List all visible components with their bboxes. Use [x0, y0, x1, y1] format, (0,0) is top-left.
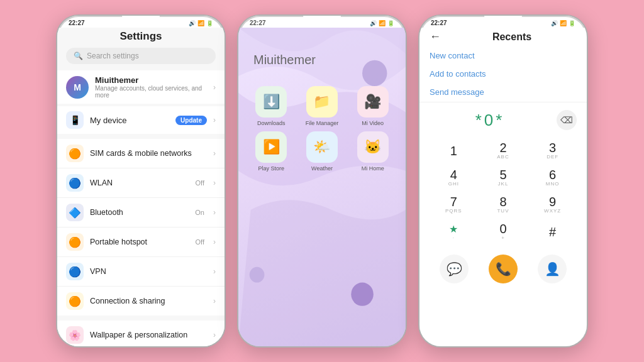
key-7-num: 7: [450, 195, 457, 208]
dial-key-5[interactable]: 5 JKL: [479, 165, 528, 190]
add-to-contacts-link[interactable]: Add to contacts: [430, 69, 577, 79]
bluetooth-status: On: [195, 209, 204, 216]
dial-key-hash[interactable]: #: [528, 219, 577, 244]
app-mihome[interactable]: 🐱 Mi Home: [350, 131, 396, 172]
vpn-item[interactable]: 🔵 VPN ›: [57, 257, 225, 287]
status-icons-3: 🔊 📶 🔋: [551, 20, 575, 26]
device-label: My device: [90, 116, 169, 125]
account-row[interactable]: M Miuithemer Manage accounts, cloud serv…: [57, 70, 225, 104]
filemanager-icon: 📁: [306, 86, 338, 118]
vpn-icon: 🔵: [66, 263, 84, 280]
bluetooth-chevron: ›: [213, 208, 216, 217]
hotspot-label: Portable hotspot: [90, 238, 189, 246]
key-7-letters: PQRS: [445, 208, 462, 214]
dial-key-7[interactable]: 7 PQRS: [430, 192, 478, 217]
contact-button[interactable]: 👤: [538, 255, 567, 283]
bluetooth-icon: 🔷: [66, 204, 84, 221]
app-weather[interactable]: 🌤️ Weather: [299, 131, 345, 172]
dialpad-actions: 💬 📞 👤: [419, 250, 587, 288]
hotspot-chevron: ›: [213, 238, 216, 246]
sim-item[interactable]: 🟠 SIM cards & mobile networks ›: [57, 139, 225, 168]
wlan-icon: 🔵: [66, 174, 84, 192]
call-button[interactable]: 📞: [489, 255, 518, 283]
new-contact-link[interactable]: New contact: [430, 51, 577, 60]
message-button[interactable]: 💬: [440, 255, 469, 283]
bt3-icon: 🔊: [551, 20, 558, 26]
battery3-icon: 🔋: [569, 20, 575, 26]
dialpad: 1 2 ABC 3 DEF 4 GHI 5 JKL 6 MNO: [419, 135, 587, 247]
weather-label: Weather: [311, 165, 333, 172]
app-mivideo[interactable]: 🎥 Mi Video: [350, 86, 396, 126]
status-icons-2: 🔊 📶 🔋: [370, 20, 394, 26]
wlan-label: WLAN: [90, 178, 189, 187]
back-button[interactable]: ←: [430, 30, 441, 43]
signal3-icon: 📶: [560, 20, 567, 26]
send-message-link[interactable]: Send message: [430, 87, 577, 97]
downloads-label: Downloads: [257, 120, 286, 126]
key-6-letters: MNO: [546, 181, 560, 187]
dial-key-2[interactable]: 2 ABC: [479, 138, 528, 163]
sim-icon: 🟠: [66, 145, 84, 162]
notch-2: [303, 16, 341, 22]
mihome-label: Mi Home: [362, 165, 384, 172]
wlan-item[interactable]: 🔵 WLAN Off ›: [57, 168, 225, 198]
phone-dialer: 22:27 🔊 📶 🔋 ← Recents New contact Add to…: [418, 14, 588, 348]
vpn-label: VPN: [90, 267, 207, 276]
connection-chevron: ›: [213, 297, 216, 305]
wallpaper-label: Wallpaper & personalization: [90, 331, 207, 339]
time-2: 22:27: [250, 19, 266, 26]
sim-label: SIM cards & mobile networks: [90, 149, 207, 158]
connection-item[interactable]: 🟠 Connection & sharing ›: [57, 287, 225, 315]
key-9-letters: WXYZ: [544, 208, 561, 214]
sim-chevron: ›: [213, 149, 216, 158]
dial-key-0[interactable]: 0 +: [479, 219, 528, 244]
key-star-letters: ·: [453, 235, 455, 241]
bluetooth-item[interactable]: 🔷 Bluetooth On ›: [57, 198, 225, 228]
mivideo-icon: 🎥: [357, 86, 389, 118]
wallpaper-item[interactable]: 🌸 Wallpaper & personalization ›: [57, 321, 225, 346]
wlan-status: Off: [196, 179, 204, 187]
key-0-letters: +: [501, 235, 505, 241]
wallpaper-icon: 🌸: [66, 326, 84, 344]
dial-key-9[interactable]: 9 WXYZ: [528, 192, 577, 217]
backspace-button[interactable]: ⌫: [557, 110, 577, 130]
device-row[interactable]: 📱 My device Update ›: [57, 106, 225, 134]
mivideo-label: Mi Video: [362, 120, 384, 126]
wlan-chevron: ›: [213, 178, 216, 187]
recents-links: New contact Add to contacts Send message: [419, 48, 587, 102]
dial-key-4[interactable]: 4 GHI: [430, 165, 478, 190]
search-icon: 🔍: [74, 52, 83, 60]
dial-key-3[interactable]: 3 DEF: [528, 138, 577, 163]
search-placeholder: Search settings: [87, 52, 139, 60]
key-6-num: 6: [549, 168, 556, 181]
app-playstore[interactable]: ▶️ Play Store: [248, 131, 294, 172]
dial-key-1[interactable]: 1: [430, 138, 478, 163]
home-greeting: Miuithemer: [238, 34, 406, 80]
chevron-icon: ›: [213, 83, 216, 92]
device-icon: 📱: [66, 111, 84, 129]
key-3-letters: DEF: [547, 154, 558, 160]
app-downloads[interactable]: ⬇️ Downloads: [248, 86, 294, 126]
hotspot-item[interactable]: 🟠 Portable hotspot Off ›: [57, 228, 225, 257]
dial-key-6[interactable]: 6 MNO: [528, 165, 577, 190]
weather-icon: 🌤️: [306, 131, 338, 163]
wallpaper-chevron: ›: [213, 331, 216, 339]
mihome-icon: 🐱: [357, 131, 389, 163]
connection-icon: 🟠: [66, 292, 84, 310]
hotspot-icon: 🟠: [66, 233, 84, 251]
search-bar[interactable]: 🔍 Search settings: [66, 48, 216, 64]
account-name: Miuithemer: [95, 75, 207, 85]
key-1-num: 1: [450, 145, 457, 157]
app-filemanager[interactable]: 📁 File Manager: [299, 86, 345, 126]
signal2-icon: 📶: [379, 20, 386, 26]
time-3: 22:27: [431, 19, 447, 26]
dial-key-star[interactable]: ★ ·: [430, 219, 478, 244]
key-4-letters: GHI: [448, 181, 459, 187]
battery-icon: 🔋: [206, 20, 213, 26]
key-2-num: 2: [499, 141, 506, 154]
key-2-letters: ABC: [497, 154, 509, 160]
key-star-num: ★: [449, 223, 458, 235]
update-badge: Update: [175, 116, 207, 125]
dial-key-8[interactable]: 8 TUV: [479, 192, 528, 217]
key-4-num: 4: [450, 168, 457, 181]
